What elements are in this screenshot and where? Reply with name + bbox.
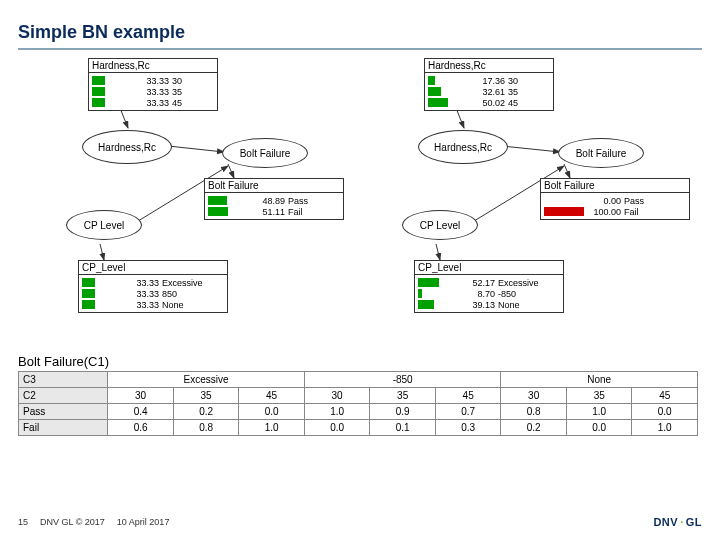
node-title: Hardness,Rc [425, 59, 553, 73]
dnvgl-logo: DNV·GL [653, 516, 702, 528]
svg-line-3 [228, 164, 234, 178]
date: 10 April 2017 [117, 517, 170, 527]
right-cp-box: CP_Level 52.17Excessive 8.70-850 39.13No… [414, 260, 564, 313]
cpt-table: C3 Excessive -850 None C2 303545 303545 … [18, 371, 698, 436]
svg-line-2 [120, 108, 128, 128]
page-title: Simple BN example [18, 22, 185, 43]
cpt-title: Bolt Failure(C1) [18, 354, 698, 369]
table-row: C3 Excessive -850 None [19, 372, 698, 388]
table-row: Pass 0.40.20.0 1.00.90.7 0.81.00.0 [19, 404, 698, 420]
slide-number: 15 [18, 517, 28, 527]
table-row: Fail 0.60.81.0 0.00.10.3 0.20.01.0 [19, 420, 698, 436]
svg-line-5 [502, 146, 560, 152]
left-cp-box: CP_Level 33.33Excessive 33.33850 33.33No… [78, 260, 228, 313]
footer: 15 DNV GL © 2017 10 April 2017 DNV·GL [18, 516, 702, 528]
node-title: CP_Level [415, 261, 563, 275]
right-boltfailure-box: Bolt Failure 0.00Pass 100.00Fail [540, 178, 690, 220]
svg-line-0 [168, 146, 224, 152]
cpt-section: Bolt Failure(C1) C3 Excessive -850 None … [18, 354, 698, 436]
svg-line-4 [100, 244, 104, 260]
table-row: C2 303545 303545 303545 [19, 388, 698, 404]
svg-line-7 [456, 108, 464, 128]
right-cp-ellipse: CP Level [402, 210, 478, 240]
left-hardness-ellipse: Hardness,Rc [82, 130, 172, 164]
node-title: Bolt Failure [205, 179, 343, 193]
node-title: Bolt Failure [541, 179, 689, 193]
node-title: CP_Level [79, 261, 227, 275]
left-hardness-box: Hardness,Rc 33.3330 33.3335 33.3345 [88, 58, 218, 111]
left-boltfailure-ellipse: Bolt Failure [222, 138, 308, 168]
right-hardness-box: Hardness,Rc 17.3630 32.6135 50.0245 [424, 58, 554, 111]
left-cp-ellipse: CP Level [66, 210, 142, 240]
left-boltfailure-box: Bolt Failure 48.89Pass 51.11Fail [204, 178, 344, 220]
svg-line-8 [564, 164, 570, 178]
copyright: DNV GL © 2017 [40, 517, 105, 527]
right-hardness-ellipse: Hardness,Rc [418, 130, 508, 164]
node-title: Hardness,Rc [89, 59, 217, 73]
svg-line-9 [436, 244, 440, 260]
right-boltfailure-ellipse: Bolt Failure [558, 138, 644, 168]
title-underline [18, 48, 702, 50]
